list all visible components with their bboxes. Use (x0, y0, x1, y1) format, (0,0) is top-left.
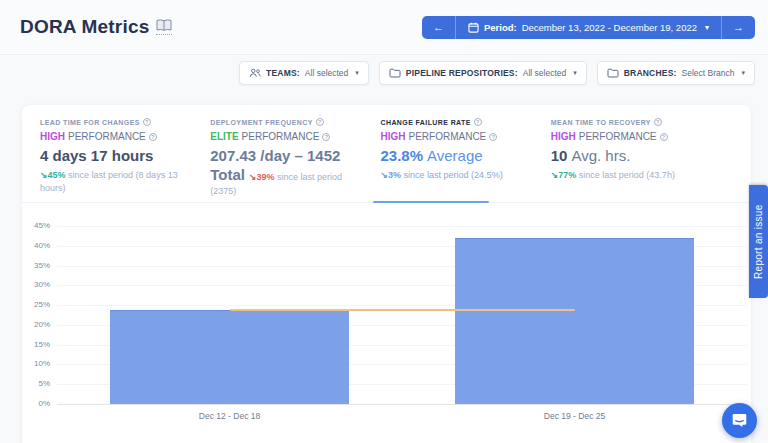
y-axis-tick-label: 15% (22, 340, 50, 349)
metric-value-unit: Avg. hrs. (571, 147, 630, 164)
y-axis-tick-label: 30% (22, 280, 50, 289)
metric-label: LEAD TIME FOR CHANGES (40, 119, 140, 126)
metric-change: ↘77% since last period (43.7h) (551, 169, 709, 183)
y-axis-tick-label: 25% (22, 300, 50, 309)
book-icon (156, 19, 172, 35)
filter-value: All selected (523, 68, 566, 78)
metric-label: CHANGE FAILURE RATE (381, 119, 471, 126)
tab-mean-time-to-recovery[interactable]: MEAN TIME TO RECOVERY ? HIGH PERFORMANCE… (551, 118, 721, 202)
chat-launcher-button[interactable] (722, 403, 757, 438)
app-header: DORA Metrics ← Period: December 13, 2022… (0, 0, 768, 55)
tab-change-failure-rate[interactable]: CHANGE FAILURE RATE ? HIGH PERFORMANCE ?… (381, 118, 551, 202)
period-dropdown[interactable]: Period: December 13, 2022 - December 19,… (456, 22, 721, 33)
team-icon (249, 68, 261, 78)
next-period-button[interactable]: → (722, 16, 755, 39)
info-icon[interactable]: ? (143, 118, 151, 126)
performance-word: PERFORMANCE (409, 131, 487, 142)
info-icon[interactable]: ? (316, 118, 324, 126)
tab-lead-time-for-changes[interactable]: LEAD TIME FOR CHANGES ? HIGH PERFORMANCE… (40, 118, 210, 202)
filter-label: PIPELINE REPOSITORIES: (406, 68, 518, 78)
bar-Dec 19 - Dec 25 (455, 238, 695, 404)
info-icon[interactable]: ? (654, 118, 662, 126)
change-percent: ↘3% (381, 170, 402, 180)
metric-label: DEPLOYMENT FREQUENCY (210, 119, 313, 126)
gridline (57, 226, 747, 227)
page-title: DORA Metrics (20, 16, 149, 38)
filter-bar: TEAMS: All selected ▾ PIPELINE REPOSITOR… (239, 61, 755, 85)
metric-change: ↘3% since last period (24.5%) (381, 169, 539, 183)
y-axis-tick-label: 40% (22, 241, 50, 250)
y-axis-tick-label: 45% (22, 221, 50, 230)
chevron-down-icon: ▾ (705, 23, 709, 32)
caret-down-icon: ▾ (355, 69, 359, 77)
info-icon[interactable]: ? (149, 133, 157, 141)
change-percent: ↘39% (249, 172, 275, 182)
calendar-icon (468, 22, 479, 33)
period-label: Period: (484, 22, 517, 33)
metric-value: 23.8% (381, 147, 424, 164)
info-icon[interactable]: ? (660, 133, 668, 141)
average-line (230, 309, 575, 311)
metric-value: 10 (551, 147, 568, 164)
folder-icon (607, 68, 619, 78)
performance-level: ELITE (210, 131, 238, 142)
filter-value: All selected (305, 68, 348, 78)
change-text: since last period (24.5%) (404, 170, 503, 180)
chart-plot-area (57, 226, 747, 404)
metric-tabs: LEAD TIME FOR CHANGES ? HIGH PERFORMANCE… (22, 105, 751, 203)
metrics-panel: LEAD TIME FOR CHANGES ? HIGH PERFORMANCE… (22, 105, 751, 443)
info-icon[interactable]: ? (489, 133, 497, 141)
period-value: December 13, 2022 - December 19, 2022 (522, 22, 697, 33)
y-axis-tick-label: 35% (22, 261, 50, 270)
change-percent: ↘77% (551, 170, 577, 180)
teams-filter[interactable]: TEAMS: All selected ▾ (239, 61, 369, 85)
period-selector: ← Period: December 13, 2022 - December 1… (422, 16, 755, 39)
change-failure-rate-chart: 0%5%10%15%20%25%30%35%40%45%Dec 12 - Dec… (22, 211, 751, 441)
performance-level: HIGH (551, 131, 576, 142)
gridline (57, 404, 747, 405)
info-icon[interactable]: ? (322, 133, 330, 141)
caret-down-icon: ▾ (741, 69, 745, 77)
caret-down-icon: ▾ (573, 69, 577, 77)
info-icon[interactable]: ? (474, 118, 482, 126)
performance-level: HIGH (40, 131, 65, 142)
report-issue-button[interactable]: Report an issue (749, 185, 768, 298)
filter-label: TEAMS: (266, 68, 300, 78)
y-axis-tick-label: 5% (22, 379, 50, 388)
metric-value: 4 days 17 hours (40, 147, 153, 164)
performance-word: PERFORMANCE (579, 131, 657, 142)
branches-filter[interactable]: BRANCHES: Select Branch ▾ (597, 61, 755, 85)
prev-period-button[interactable]: ← (422, 16, 455, 39)
metric-label: MEAN TIME TO RECOVERY (551, 119, 651, 126)
tab-deployment-frequency[interactable]: DEPLOYMENT FREQUENCY ? ELITE PERFORMANCE… (210, 118, 380, 202)
filter-value: Select Branch (682, 68, 735, 78)
performance-level: HIGH (381, 131, 406, 142)
metric-value-unit: Average (427, 147, 483, 164)
folder-icon (389, 68, 401, 78)
x-axis-label: Dec 12 - Dec 18 (160, 411, 300, 421)
pipeline-repositories-filter[interactable]: PIPELINE REPOSITORIES: All selected ▾ (379, 61, 587, 85)
change-percent: ↘45% (40, 170, 66, 180)
y-axis-tick-label: 0% (22, 399, 50, 408)
bar-Dec 12 - Dec 18 (110, 310, 350, 404)
messenger-icon (731, 412, 748, 429)
change-text: since last period (43.7h) (579, 170, 675, 180)
x-axis-label: Dec 19 - Dec 25 (505, 411, 645, 421)
performance-word: PERFORMANCE (68, 131, 146, 142)
metric-change: ↘45% since last period (8 days 13 hours) (40, 169, 198, 196)
y-axis-tick-label: 10% (22, 359, 50, 368)
filter-label: BRANCHES: (624, 68, 677, 78)
performance-word: PERFORMANCE (242, 131, 320, 142)
y-axis-tick-label: 20% (22, 320, 50, 329)
